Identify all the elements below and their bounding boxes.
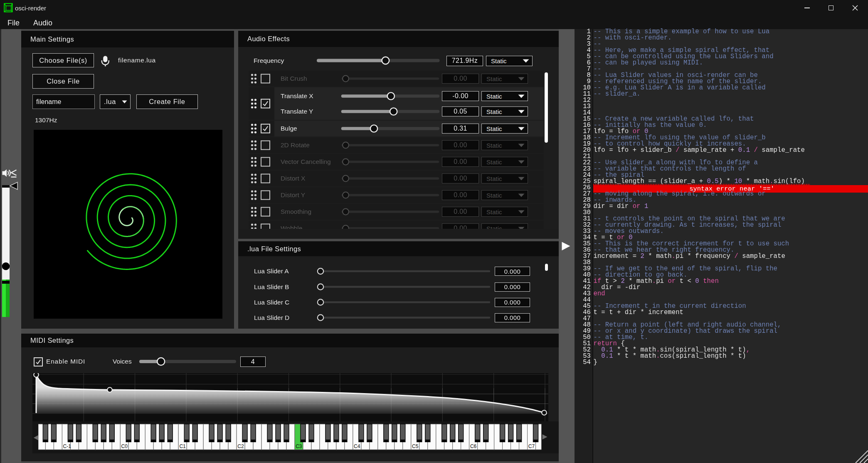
svg-text:C-1: C-1 xyxy=(63,443,72,449)
svg-text:C1: C1 xyxy=(179,443,186,449)
svg-text:C0: C0 xyxy=(121,443,128,449)
svg-text:C6: C6 xyxy=(470,443,477,449)
svg-text:C2: C2 xyxy=(237,443,244,449)
svg-text:C3: C3 xyxy=(296,443,302,449)
svg-text:C7: C7 xyxy=(528,443,535,449)
svg-text:C5: C5 xyxy=(412,443,419,449)
svg-text:C4: C4 xyxy=(354,443,360,449)
